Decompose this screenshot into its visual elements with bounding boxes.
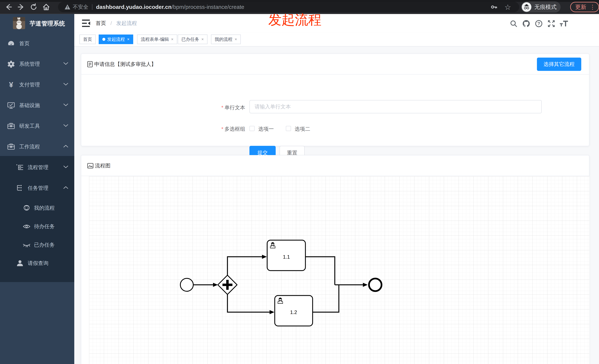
search-icon[interactable] [509, 19, 519, 28]
monitor-icon [7, 101, 16, 110]
sidebar-item-label: 已办任务 [34, 236, 55, 254]
tag-tab-create-process[interactable]: 发起流程 × [99, 34, 133, 44]
single-text-input[interactable] [249, 100, 542, 113]
url-path: /bpm/process-instance/create [171, 4, 244, 10]
task-label: 1.2 [290, 310, 297, 315]
sidebar-item-leave-query[interactable]: 请假查询 [0, 254, 74, 272]
sidebar-item-workflow[interactable]: 工作流程 [0, 137, 74, 156]
key-icon[interactable] [490, 3, 498, 11]
sidebar-item-done-tasks[interactable]: 已办任务 [0, 236, 74, 254]
checkbox-option-2[interactable] [286, 126, 291, 131]
tag-tab-home[interactable]: 首页 [79, 34, 96, 44]
breadcrumb-separator: / [110, 20, 112, 26]
chevron-down-icon [63, 83, 68, 87]
sidebar-item-process-management[interactable]: 流程管理 [0, 158, 74, 177]
gear-icon [7, 60, 16, 68]
required-asterisk: * [221, 105, 223, 110]
breadcrumb: 首页 / 发起流程 [96, 14, 137, 33]
browser-menu-dots-icon[interactable]: ⋮ [590, 3, 596, 10]
chevron-up-icon [63, 186, 68, 190]
sidebar-item-my-process[interactable]: 我的流程 [0, 199, 74, 217]
sidebar-item-payment[interactable]: ¥ 支付管理 [0, 76, 74, 94]
browser-address-bar[interactable]: 不安全 dashboard.yudao.iocoder.cn/bpm/proce… [58, 2, 519, 12]
chevron-down-icon [63, 124, 68, 128]
font-size-icon[interactable] [559, 19, 569, 28]
checkbox-option-1[interactable] [249, 126, 255, 131]
bpmn-canvas[interactable]: 1.1 1.2 [89, 176, 589, 364]
help-icon[interactable]: ? [534, 19, 544, 28]
url-host: dashboard.yudao.iocoder.cn [96, 4, 171, 10]
sidebar-item-label: 首页 [19, 34, 30, 53]
checkbox-option-1-label[interactable]: 选项一 [258, 126, 274, 133]
incognito-badge: 无痕模式 [521, 1, 561, 13]
active-dot [102, 38, 105, 41]
sidebar-item-system[interactable]: 系统管理 [0, 55, 74, 73]
tag-tab-my-process[interactable]: 我的流程 × [211, 34, 241, 44]
sidebar-collapse-icon[interactable] [82, 19, 90, 27]
sidebar-logo-row[interactable]: 芋道管理系统 [0, 17, 74, 32]
bpmn-parallel-gateway[interactable] [218, 275, 237, 294]
sidebar-item-label: 请假查询 [28, 254, 48, 272]
sidebar-item-label: 研发工具 [19, 117, 40, 135]
tab-close-icon[interactable]: × [201, 37, 204, 42]
sidebar-item-task-management[interactable]: 任务管理 [0, 179, 74, 197]
svg-text:?: ? [537, 21, 540, 26]
org-tree-icon [16, 184, 24, 193]
breadcrumb-current: 发起流程 [116, 20, 137, 26]
checkbox-option-2-label[interactable]: 选项二 [295, 126, 310, 133]
dashboard-icon [7, 39, 16, 48]
toolbox-icon [7, 122, 16, 130]
chevron-down-icon [63, 103, 68, 107]
choose-other-process-button[interactable]: 选择其它流程 [537, 58, 581, 71]
security-label[interactable]: 不安全 [73, 3, 88, 10]
breadcrumb-home[interactable]: 首页 [96, 20, 106, 26]
browser-back-button[interactable] [4, 3, 13, 11]
sidebar-item-todo-tasks[interactable]: 待办任务 [0, 217, 74, 236]
tag-label: 发起流程 [107, 36, 125, 42]
browser-update-button[interactable]: 更新 ⋮ [570, 2, 599, 12]
incognito-icon [522, 2, 531, 12]
process-diagram-title: 流程图 [87, 155, 110, 176]
tab-close-icon[interactable]: × [171, 37, 174, 42]
sidebar-item-infrastructure[interactable]: 基础设施 [0, 96, 74, 115]
app-logo [13, 17, 25, 29]
bpmn-start-event[interactable] [180, 278, 193, 291]
sidebar-item-label: 流程管理 [28, 158, 48, 177]
tag-label: 已办任务 [181, 36, 199, 42]
user-icon [16, 259, 24, 268]
picture-icon [87, 163, 94, 169]
bpmn-user-task-2[interactable]: 1.2 [275, 296, 313, 326]
process-diagram-card: 流程图 [81, 155, 589, 364]
incognito-label: 无痕模式 [534, 3, 556, 11]
face-icon [22, 203, 31, 212]
browser-tab-strip [0, 0, 599, 2]
sidebar-item-home[interactable]: 首页 [0, 34, 74, 53]
page-header: 首页 / 发起流程 ? [74, 14, 599, 33]
browser-home-button[interactable] [42, 3, 51, 11]
tab-close-icon[interactable]: × [235, 37, 237, 42]
tag-tab-done-tasks[interactable]: 已办任务 × [178, 34, 208, 44]
sidebar-item-label: 支付管理 [19, 76, 40, 94]
sidebar-item-dev-tools[interactable]: 研发工具 [0, 117, 74, 135]
apply-info-card-header: 申请信息【测试多审批人】 选择其它流程 [81, 54, 589, 75]
sidebar-item-label: 我的流程 [34, 199, 55, 217]
apply-form: *单行文本 *多选框组 选项一 选项二 提交 重置 [81, 75, 589, 146]
bpmn-user-task-1[interactable]: 1.1 [267, 240, 305, 271]
app-title: 芋道管理系统 [30, 20, 65, 28]
yen-icon: ¥ [7, 80, 16, 89]
browser-reload-button[interactable] [29, 3, 38, 11]
bpmn-end-event[interactable] [369, 279, 381, 291]
tag-tab-form-edit[interactable]: 流程表单-编辑 × [137, 34, 177, 44]
tab-close-icon[interactable]: × [127, 37, 130, 42]
sidebar-item-label: 任务管理 [28, 179, 48, 197]
bookmark-star-icon[interactable]: ☆ [504, 3, 511, 11]
fullscreen-icon[interactable] [546, 19, 556, 28]
apply-info-card: 申请信息【测试多审批人】 选择其它流程 *单行文本 *多选框组 选项一 选项二 … [81, 53, 589, 146]
browser-forward-button[interactable] [17, 3, 26, 11]
sidebar-item-label: 工作流程 [19, 137, 40, 156]
single-text-label: *单行文本 [190, 104, 245, 111]
github-icon[interactable] [521, 19, 531, 28]
tag-label: 流程表单-编辑 [141, 36, 169, 42]
eye-closed-icon [22, 240, 31, 249]
required-asterisk: * [221, 126, 223, 132]
